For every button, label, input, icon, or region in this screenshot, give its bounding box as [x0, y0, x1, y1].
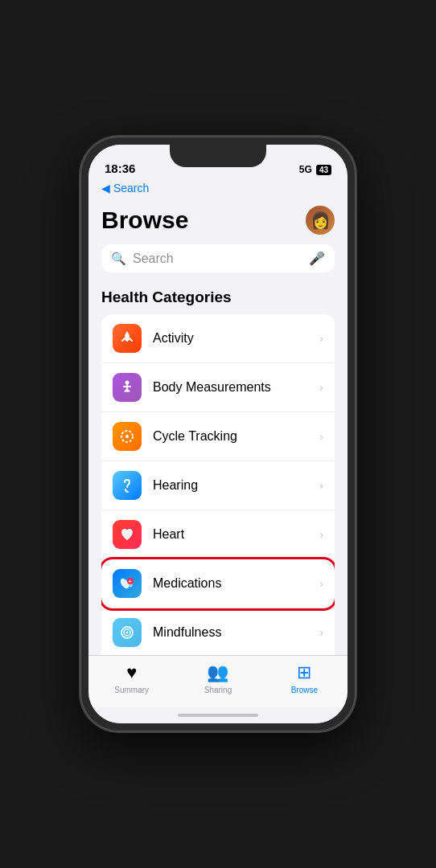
- category-item-cycle-tracking[interactable]: Cycle Tracking ›: [101, 412, 335, 461]
- status-right: 5G 43: [299, 164, 331, 175]
- search-icon: 🔍: [111, 252, 126, 266]
- cycle-chevron: ›: [319, 430, 323, 443]
- browse-tab-label: Browse: [291, 686, 318, 694]
- category-item-heart[interactable]: Heart ›: [101, 510, 335, 559]
- heart-icon: [113, 520, 142, 549]
- back-link[interactable]: ◀ Search: [101, 182, 335, 194]
- home-bar: [178, 714, 258, 717]
- svg-point-6: [125, 435, 129, 438]
- body-measurements-label: Body Measurements: [153, 380, 319, 395]
- medications-icon: +: [113, 569, 142, 598]
- network-indicator: 5G: [299, 164, 312, 175]
- category-item-body-measurements[interactable]: Body Measurements ›: [101, 363, 335, 412]
- sharing-tab-label: Sharing: [204, 686, 232, 694]
- heart-chevron: ›: [319, 528, 323, 541]
- mic-icon[interactable]: 🎤: [309, 251, 325, 266]
- body-measurements-icon: [113, 373, 142, 402]
- tab-bar: ♥ Summary 👥 Sharing ⊞ Browse: [88, 655, 348, 707]
- tab-browse[interactable]: ⊞ Browse: [261, 662, 348, 694]
- activity-chevron: ›: [319, 332, 323, 345]
- search-bar[interactable]: 🔍 Search 🎤: [101, 244, 335, 272]
- search-placeholder: Search: [133, 252, 302, 266]
- home-indicator: [88, 707, 348, 723]
- battery-badge: 43: [316, 165, 331, 175]
- activity-label: Activity: [153, 331, 319, 346]
- hearing-chevron: ›: [319, 479, 323, 492]
- avatar-image: 👩: [311, 211, 331, 230]
- cycle-tracking-label: Cycle Tracking: [153, 429, 319, 444]
- content-area: Browse 👩 🔍 Search 🎤 Health Categories: [88, 199, 348, 655]
- cycle-tracking-icon: [113, 422, 142, 451]
- medications-chevron: ›: [319, 577, 323, 590]
- sharing-tab-icon: 👥: [207, 662, 228, 683]
- page-title: Browse: [101, 207, 188, 234]
- svg-point-13: [126, 632, 129, 634]
- activity-icon: [113, 324, 142, 353]
- tab-sharing[interactable]: 👥 Sharing: [175, 662, 261, 694]
- category-item-medications[interactable]: + Medications ›: [101, 559, 335, 608]
- mindfulness-label: Mindfulness: [153, 625, 319, 640]
- body-chevron: ›: [319, 381, 323, 394]
- summary-tab-icon: ♥: [126, 662, 137, 683]
- back-nav: ◀ Search: [88, 180, 348, 199]
- hearing-icon: [113, 471, 142, 500]
- hearing-label: Hearing: [153, 478, 319, 493]
- page-header: Browse 👩: [101, 199, 335, 244]
- summary-tab-label: Summary: [114, 686, 149, 694]
- tab-summary[interactable]: ♥ Summary: [88, 662, 175, 694]
- browse-tab-icon: ⊞: [297, 662, 311, 683]
- svg-text:+: +: [129, 579, 132, 584]
- section-title: Health Categories: [101, 289, 335, 306]
- mindfulness-icon: [113, 618, 142, 647]
- heart-label: Heart: [153, 527, 319, 542]
- phone-screen: 18:36 5G 43 ◀ Search Browse 👩 🔍 Search: [88, 145, 348, 723]
- category-item-hearing[interactable]: Hearing ›: [101, 461, 335, 510]
- mindfulness-chevron: ›: [319, 626, 323, 639]
- status-time: 18:36: [105, 162, 135, 175]
- avatar[interactable]: 👩: [306, 206, 335, 235]
- category-item-activity[interactable]: Activity ›: [101, 314, 335, 363]
- phone-frame: 18:36 5G 43 ◀ Search Browse 👩 🔍 Search: [80, 137, 356, 731]
- category-item-mindfulness[interactable]: Mindfulness ›: [101, 608, 335, 655]
- notch: [170, 145, 266, 167]
- category-list: Activity › Body Measurements: [101, 314, 335, 655]
- medications-label: Medications: [153, 576, 319, 591]
